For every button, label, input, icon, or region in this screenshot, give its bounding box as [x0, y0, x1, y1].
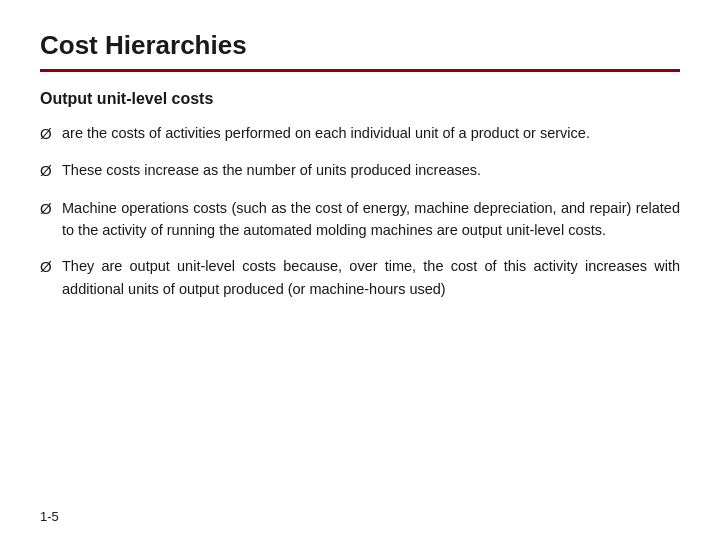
bullet-symbol-4: Ø: [40, 255, 62, 278]
bullet-text-3: Machine operations costs (such as the co…: [62, 197, 680, 242]
bullet-item-3: Ø Machine operations costs (such as the …: [40, 197, 680, 242]
slide-title: Cost Hierarchies: [40, 30, 680, 61]
slide-container: Cost Hierarchies Output unit-level costs…: [0, 0, 720, 540]
bullet-symbol-2: Ø: [40, 159, 62, 182]
bullet-list: Ø are the costs of activities performed …: [40, 122, 680, 300]
bullet-text-2: These costs increase as the number of un…: [62, 159, 680, 181]
bullet-symbol-3: Ø: [40, 197, 62, 220]
bullet-item-4: Ø They are output unit-level costs becau…: [40, 255, 680, 300]
bullet-item-1: Ø are the costs of activities performed …: [40, 122, 680, 145]
title-section: Cost Hierarchies: [40, 30, 680, 72]
bullet-text-4: They are output unit-level costs because…: [62, 255, 680, 300]
bullet-item-2: Ø These costs increase as the number of …: [40, 159, 680, 182]
bullet-text-1: are the costs of activities performed on…: [62, 122, 680, 144]
bullet-symbol-1: Ø: [40, 122, 62, 145]
slide-number: 1-5: [40, 509, 59, 524]
title-divider: [40, 69, 680, 72]
section-heading: Output unit-level costs: [40, 90, 680, 108]
